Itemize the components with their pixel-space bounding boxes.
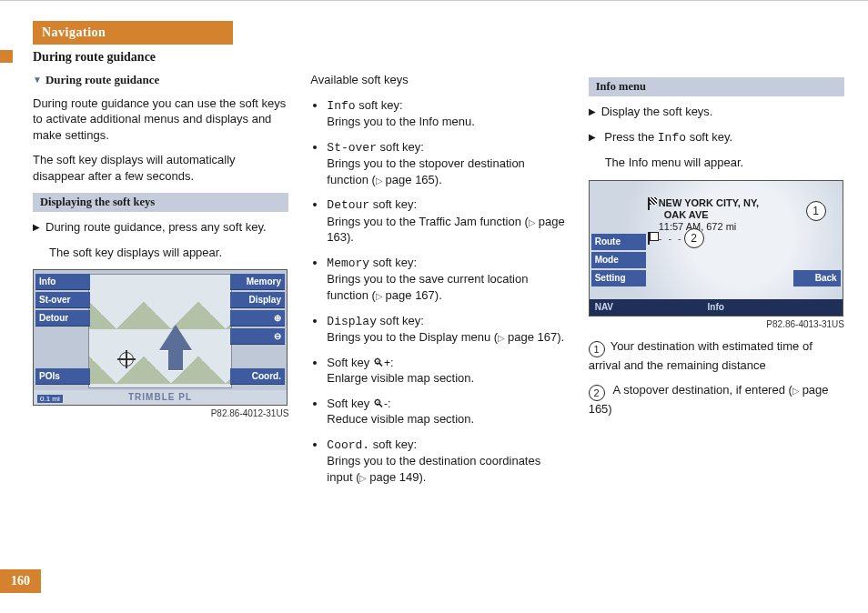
list-item: St-over soft key:Brings you to the stopo… bbox=[327, 139, 566, 188]
destination-text: NEW YORK CITY, NY, OAK AVE11:57 AM, 672 … bbox=[659, 197, 759, 234]
list-item: Coord. soft key:Brings you to the destin… bbox=[327, 437, 566, 486]
softkey-zoom-out[interactable]: ⊖ bbox=[230, 328, 285, 345]
list-item: Soft key 🔍︎-:Reduce visible map section. bbox=[327, 396, 566, 427]
figure-map-softkeys: Info St-over Detour POIs Memory Display … bbox=[33, 269, 288, 406]
road-label: TRIMBLE PL bbox=[34, 390, 287, 405]
column-2: Available soft keys Info soft key:Brings… bbox=[310, 72, 566, 494]
content-columns: During route guidance During route guida… bbox=[33, 72, 844, 494]
body-text: During route guidance you can use the so… bbox=[33, 95, 288, 144]
box-heading: Displaying the soft keys bbox=[33, 193, 288, 212]
status-bar: NAV Info bbox=[590, 299, 843, 316]
subsection-head: During route guidance bbox=[33, 72, 288, 88]
list-item: Memory soft key:Brings you to the save c… bbox=[327, 255, 566, 304]
instruction-result: The Info menu will appear. bbox=[605, 155, 844, 171]
instruction-result: The soft key displays will appear. bbox=[49, 245, 288, 261]
thumb-tab bbox=[0, 50, 13, 63]
section-header: During route guidance bbox=[33, 50, 156, 65]
legend-1: Your destination with estimated time of … bbox=[589, 338, 844, 374]
softkey-mode[interactable]: Mode bbox=[591, 252, 646, 268]
softkey-coord[interactable]: Coord. bbox=[230, 368, 285, 385]
list-item: Display soft key:Brings you to the Displ… bbox=[327, 313, 566, 346]
lead-text: Available soft keys bbox=[310, 72, 566, 88]
softkey-route[interactable]: Route bbox=[591, 234, 646, 250]
page-number: 160 bbox=[0, 569, 41, 593]
instruction-step: Display the soft keys. bbox=[589, 104, 844, 120]
softkey-info[interactable]: Info bbox=[35, 274, 90, 290]
list-item: Info soft key:Brings you to the Info men… bbox=[327, 97, 566, 130]
list-item: Detour soft key:Brings you to the Traffi… bbox=[327, 196, 566, 246]
column-3: Info menu Display the soft keys. Press t… bbox=[589, 72, 844, 494]
stopover-flag-icon bbox=[648, 232, 657, 245]
magnify-minus-icon: 🔍︎- bbox=[373, 397, 388, 410]
softkey-list: Info soft key:Brings you to the Info men… bbox=[310, 97, 566, 486]
figure-info-menu: NEW YORK CITY, NY, OAK AVE11:57 AM, 672 … bbox=[589, 180, 843, 317]
status-left: NAV bbox=[595, 302, 613, 312]
softkey-setting[interactable]: Setting bbox=[591, 270, 646, 286]
callout-2-icon: 2 bbox=[684, 228, 704, 248]
column-1: During route guidance During route guida… bbox=[33, 72, 288, 494]
softkey-detour[interactable]: Detour bbox=[35, 310, 90, 327]
status-center: Info bbox=[707, 302, 723, 312]
softkey-stover[interactable]: St-over bbox=[35, 292, 90, 308]
softkey-zoom-in[interactable]: ⊕ bbox=[230, 310, 285, 327]
softkey-memory[interactable]: Memory bbox=[230, 274, 285, 290]
softkey-back[interactable]: Back bbox=[793, 270, 841, 286]
list-item: Soft key 🔍︎+:Enlarge visible map section… bbox=[327, 355, 566, 387]
body-text: The soft key displays will automatically… bbox=[33, 152, 288, 184]
destination-flag-icon bbox=[648, 197, 657, 206]
direction-arrow-icon bbox=[159, 325, 192, 350]
instruction-step: During route guidance, press any soft ke… bbox=[33, 219, 288, 236]
figure-caption: P82.86-4012-31US bbox=[33, 408, 288, 418]
box-heading: Info menu bbox=[589, 77, 844, 96]
instruction-step: Press the Info soft key. bbox=[589, 129, 844, 146]
softkey-pois[interactable]: POIs bbox=[35, 368, 90, 385]
manual-page: Navigation During route guidance During … bbox=[0, 0, 868, 613]
stopover-placeholder: - - - bbox=[659, 233, 683, 244]
softkey-display[interactable]: Display bbox=[230, 292, 285, 308]
callout-1-icon: 1 bbox=[806, 201, 826, 221]
magnify-plus-icon: 🔍︎+ bbox=[373, 357, 390, 369]
map-scale: 0.1 mi bbox=[37, 395, 63, 403]
legend-2: A stopover destination, if entered (page… bbox=[589, 382, 844, 417]
chapter-tag: Navigation bbox=[33, 21, 233, 45]
figure-caption: P82.86-4013-31US bbox=[589, 319, 844, 329]
